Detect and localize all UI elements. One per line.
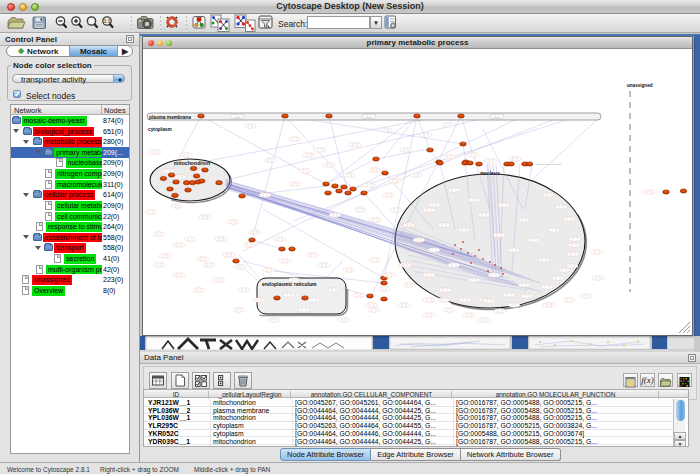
- svg-text:unassigned: unassigned: [627, 83, 653, 88]
- svg-text:plasma membrane: plasma membrane: [149, 115, 191, 120]
- svg-text:nucleus: nucleus: [480, 170, 500, 176]
- svg-text:mitochondrion: mitochondrion: [174, 160, 210, 166]
- svg-text:cytoplasm: cytoplasm: [148, 127, 172, 132]
- svg-text:1:1: 1:1: [104, 19, 111, 24]
- svg-text:—————————: —————————: [535, 162, 562, 166]
